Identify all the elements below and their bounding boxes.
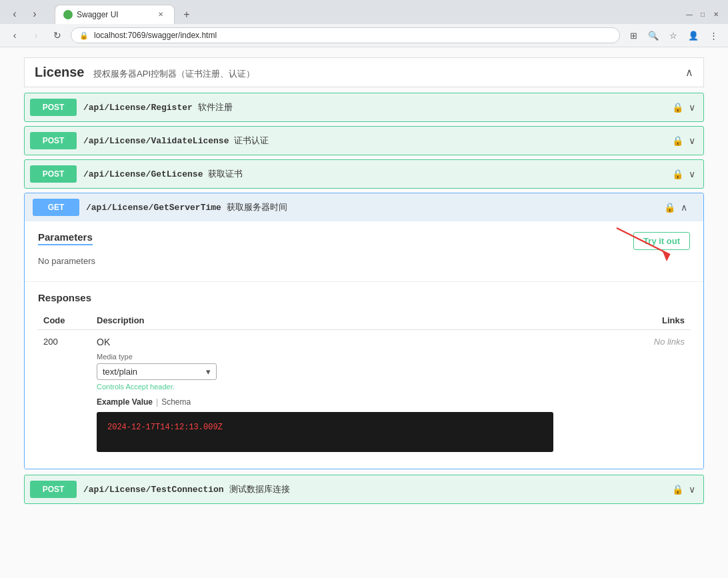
chevron-icon-validate[interactable]: ∨: [689, 135, 695, 146]
browser-chrome: ‹ › Swagger UI ✕ + — □ ✕ ‹ › ↻ 🔒 localho…: [0, 0, 728, 47]
endpoint-path-testconnection: /api/License/TestConnection: [83, 485, 224, 495]
forward-nav-button[interactable]: ›: [28, 27, 44, 43]
lock-icon-testconn: 🔒: [672, 484, 683, 495]
endpoint-desc-testconnection: 测试数据库连接: [229, 483, 290, 495]
minimize-button[interactable]: —: [684, 9, 695, 19]
swagger-container: License 授权服务器API控制器（证书注册、认证） ∧ POST /api…: [11, 47, 717, 518]
media-type-value: text/plain: [103, 367, 137, 377]
profile-button[interactable]: 👤: [685, 27, 701, 43]
endpoint-expanded-getservertime: GET /api/License/GetServerTime 获取服务器时间 🔒…: [24, 193, 704, 469]
method-badge-post-register: POST: [30, 99, 77, 116]
zoom-button[interactable]: 🔍: [645, 27, 661, 43]
tab-favicon: [63, 10, 73, 19]
responses-section: Responses Code Description Links 200: [25, 282, 703, 469]
endpoint-expanded-header[interactable]: GET /api/License/GetServerTime 获取服务器时间 🔒…: [25, 193, 703, 221]
lock-icon-validate: 🔒: [672, 135, 683, 146]
controls-accept-note: Controls Accept header.: [97, 383, 553, 391]
endpoint-desc-getservertime: 获取服务器时间: [227, 201, 287, 213]
chevron-icon-testconn[interactable]: ∨: [689, 484, 695, 495]
page-content: License 授权服务器API控制器（证书注册、认证） ∧ POST /api…: [0, 47, 728, 578]
active-tab[interactable]: Swagger UI ✕: [55, 5, 175, 24]
code-example-value: 2024-12-17T14:12:13.009Z: [107, 423, 223, 432]
responses-thead: Code Description Links: [38, 311, 690, 330]
translate-button[interactable]: ⊞: [625, 27, 641, 43]
responses-header-row: Code Description Links: [38, 311, 690, 330]
tab-title: Swagger UI: [77, 10, 119, 19]
parameters-section: Parameters Try it out No parameters: [25, 221, 703, 282]
parameters-label: Parameters: [38, 231, 93, 245]
media-select-arrow-icon: ▾: [206, 367, 211, 377]
new-tab-button[interactable]: +: [177, 5, 196, 24]
title-bar: ‹ › Swagger UI ✕ + — □ ✕: [0, 0, 728, 24]
lock-icon-getservertime: 🔒: [664, 202, 675, 213]
col-description: Description: [91, 311, 559, 330]
endpoint-row-validate[interactable]: POST /api/License/ValidateLicense 证书认证 🔒…: [24, 126, 704, 155]
menu-button[interactable]: ⋮: [705, 27, 721, 43]
endpoint-path-register: /api/License/Register: [83, 103, 193, 113]
method-badge-get: GET: [33, 199, 79, 216]
response-ok-text: OK: [97, 337, 553, 347]
media-type-label: Media type: [97, 353, 553, 361]
back-nav-button[interactable]: ‹: [7, 27, 23, 43]
responses-label: Responses: [38, 292, 690, 303]
chevron-icon-getservertime[interactable]: ∧: [681, 202, 687, 213]
lock-icon-getlicense: 🔒: [672, 169, 683, 179]
schema-tab[interactable]: Schema: [161, 396, 191, 408]
section-header: License 授权服务器API控制器（证书注册、认证） ∧: [24, 57, 704, 87]
responses-table: Code Description Links 200 OK Media type: [38, 311, 690, 459]
close-button[interactable]: ✕: [711, 9, 721, 19]
no-params-text: No parameters: [38, 251, 690, 271]
response-links-200: No links: [559, 330, 690, 459]
address-bar: ‹ › ↻ 🔒 localhost:7069/swagger/index.htm…: [0, 24, 728, 47]
back-button[interactable]: ‹: [7, 6, 23, 22]
endpoint-path-getlicense: /api/License/GetLicense: [83, 169, 203, 179]
endpoint-desc-register: 软件注册: [198, 101, 233, 113]
response-row-200: 200 OK Media type text/plain ▾ Controls …: [38, 330, 690, 459]
svg-point-0: [65, 11, 71, 18]
endpoint-row-right-validate: 🔒 ∨: [672, 135, 703, 146]
response-code-200: 200: [38, 330, 91, 459]
lock-icon-register: 🔒: [672, 102, 683, 113]
params-header-row: Parameters Try it out: [38, 231, 690, 251]
window-controls: ‹ ›: [7, 6, 43, 22]
try-it-out-button[interactable]: Try it out: [633, 232, 690, 250]
tab-bar: Swagger UI ✕ +: [49, 5, 201, 24]
endpoint-row-right-getlicense: 🔒 ∨: [672, 169, 703, 179]
lock-icon: 🔒: [79, 31, 89, 40]
endpoint-path-getservertime: /api/License/GetServerTime: [86, 203, 221, 213]
method-badge-post-getlicense: POST: [30, 165, 77, 183]
endpoint-row-right-testconn: 🔒 ∨: [672, 484, 703, 495]
example-value-tab[interactable]: Example Value: [97, 396, 153, 408]
media-type-select[interactable]: text/plain ▾: [97, 363, 217, 380]
col-links: Links: [559, 311, 690, 330]
section-subtitle: 授权服务器API控制器（证书注册、认证）: [93, 69, 255, 79]
tab-close-button[interactable]: ✕: [155, 9, 166, 20]
section-header-left: License 授权服务器API控制器（证书注册、认证）: [35, 65, 255, 80]
forward-button[interactable]: ›: [27, 6, 43, 22]
endpoint-row-right-register: 🔒 ∨: [672, 102, 703, 113]
response-desc-200: OK Media type text/plain ▾ Controls Acce…: [91, 330, 559, 459]
url-box[interactable]: 🔒 localhost:7069/swagger/index.html: [71, 27, 620, 43]
code-example-block: 2024-12-17T14:12:13.009Z: [97, 412, 553, 452]
endpoint-row-testconnection[interactable]: POST /api/License/TestConnection 测试数据库连接…: [24, 475, 704, 504]
chevron-icon-register[interactable]: ∨: [689, 102, 695, 113]
endpoint-body: Parameters Try it out No parameters Resp…: [25, 221, 703, 469]
section-title: License: [35, 65, 84, 79]
example-tabs: Example Value | Schema: [97, 396, 553, 408]
method-badge-post-testconn: POST: [30, 481, 77, 498]
example-tab-sep: |: [153, 396, 161, 408]
get-endpoint-row-right: 🔒 ∧: [664, 202, 695, 213]
method-badge-post-validate: POST: [30, 132, 77, 149]
col-code: Code: [38, 311, 91, 330]
endpoint-row-getlicense[interactable]: POST /api/License/GetLicense 获取证书 🔒 ∨: [24, 159, 704, 189]
address-bar-icons: ⊞ 🔍 ☆ 👤 ⋮: [625, 27, 721, 43]
chevron-icon-getlicense[interactable]: ∨: [689, 169, 695, 179]
section-collapse-icon[interactable]: ∧: [685, 66, 693, 79]
reload-button[interactable]: ↻: [49, 27, 65, 43]
responses-tbody: 200 OK Media type text/plain ▾ Controls …: [38, 330, 690, 459]
bookmark-button[interactable]: ☆: [665, 27, 681, 43]
url-text: localhost:7069/swagger/index.html: [94, 31, 611, 40]
endpoint-row-register[interactable]: POST /api/License/Register 软件注册 🔒 ∨: [24, 93, 704, 122]
endpoint-desc-validate: 证书认证: [234, 135, 269, 147]
maximize-button[interactable]: □: [697, 9, 708, 19]
